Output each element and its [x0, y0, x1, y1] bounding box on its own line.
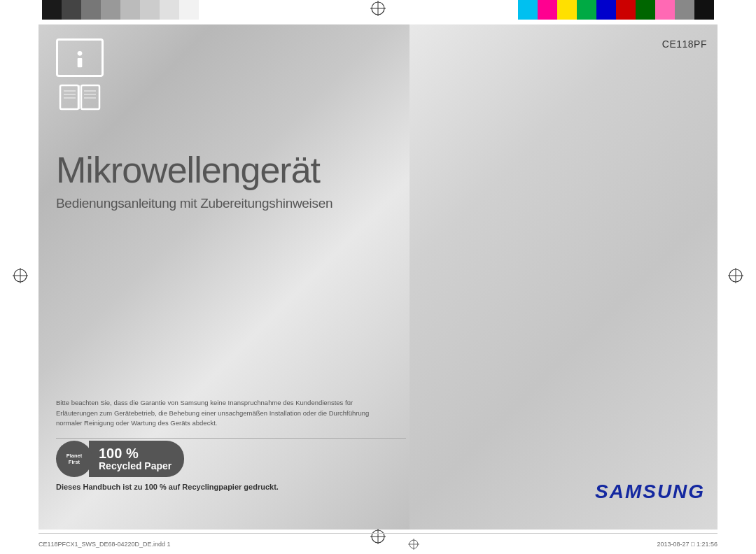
- color-swatches-left: [42, 0, 199, 20]
- svg-text:SAMSUNG: SAMSUNG: [595, 481, 705, 502]
- footer-right: 2013-08-27 □ 1:21:56: [657, 541, 718, 548]
- title-area: Mikrowellengerät Bedienungsanleitung mit…: [56, 150, 396, 211]
- svg-rect-12: [81, 85, 99, 109]
- right-panel: CE118PF imagine the possibilities Vielen…: [410, 24, 718, 530]
- swatch-red: [616, 0, 636, 20]
- swatch-dark-green: [636, 0, 655, 20]
- footer-center-reg: [408, 539, 419, 550]
- main-document: Mikrowellengerät Bedienungsanleitung mit…: [38, 24, 718, 530]
- swatch-light-gray: [120, 0, 140, 20]
- swatch-cyan: [518, 0, 538, 20]
- swatch-pink: [655, 0, 675, 20]
- sub-title: Bedienungsanleitung mit Zubereitungshinw…: [56, 196, 396, 211]
- planet-first-area: Planet First 100 % Recycled Paper Dieses…: [56, 441, 279, 491]
- disclaimer-text: Bitte beachten Sie, dass die Garantie vo…: [56, 398, 396, 428]
- swatch-lighter-gray: [140, 0, 160, 20]
- swatch-blue: [596, 0, 616, 20]
- color-swatches-right: [518, 0, 714, 20]
- swatch-white-gray: [179, 0, 199, 20]
- svg-rect-11: [60, 85, 78, 109]
- swatch-near-black: [694, 0, 714, 20]
- planet-line2: First: [69, 459, 80, 465]
- main-title: Mikrowellengerät: [56, 150, 396, 190]
- swatch-gray: [101, 0, 120, 20]
- recycled-statement: Dieses Handbuch ist zu 100 % auf Recycli…: [56, 483, 279, 491]
- planet-line1: Planet: [66, 453, 83, 459]
- recycled-percent: 100 %: [99, 446, 172, 461]
- swatch-dark-gray: [62, 0, 81, 20]
- swatch-green: [577, 0, 596, 20]
- footer-left: CE118PFCX1_SWS_DE68-04220D_DE.indd 1: [38, 541, 171, 548]
- book-icon: [56, 81, 104, 113]
- footer: CE118PFCX1_SWS_DE68-04220D_DE.indd 1 201…: [38, 533, 718, 554]
- recycled-text-box: 100 % Recycled Paper: [89, 441, 184, 477]
- reg-mark-left-center: [13, 268, 28, 286]
- model-number: CE118PF: [662, 38, 707, 50]
- recycled-label: Recycled Paper: [99, 461, 172, 471]
- divider-line: [56, 438, 406, 439]
- info-icon-area: [56, 38, 112, 101]
- swatch-medium-gray2: [675, 0, 694, 20]
- swatch-mid-gray: [81, 0, 101, 20]
- svg-point-9: [78, 51, 83, 56]
- info-box: [56, 38, 104, 77]
- svg-rect-10: [78, 58, 83, 67]
- reg-mark-top-center: [370, 1, 386, 19]
- planet-badge-row: Planet First 100 % Recycled Paper: [56, 441, 279, 477]
- swatch-magenta: [538, 0, 557, 20]
- reg-mark-right-center: [728, 268, 743, 286]
- planet-badge: Planet First: [56, 441, 92, 477]
- swatch-black: [42, 0, 62, 20]
- swatch-near-white: [160, 0, 179, 20]
- color-bar-top: [0, 0, 756, 20]
- samsung-logo: SAMSUNG: [595, 476, 707, 509]
- left-panel: Mikrowellengerät Bedienungsanleitung mit…: [38, 24, 410, 530]
- swatch-yellow: [557, 0, 577, 20]
